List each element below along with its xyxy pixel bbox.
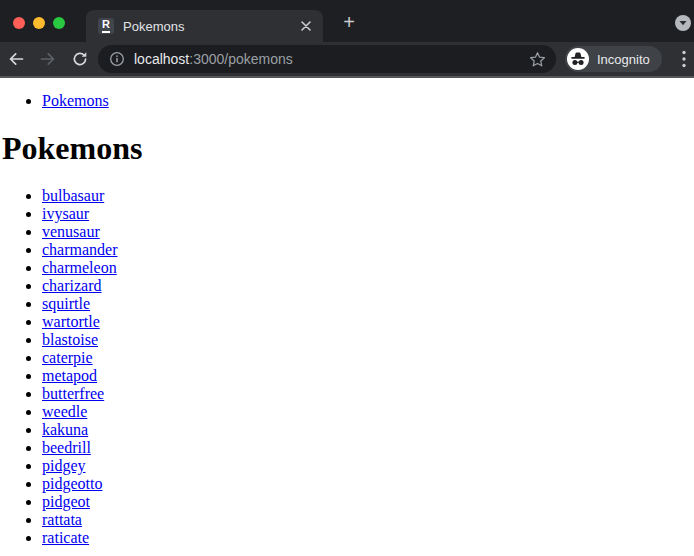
- pokemon-list-item: kakuna: [42, 421, 694, 439]
- pokemon-list-item: pidgey: [42, 457, 694, 475]
- pokemon-list-item: ivysaur: [42, 205, 694, 223]
- pokemon-link[interactable]: pidgey: [42, 457, 86, 474]
- new-tab-button[interactable]: +: [337, 11, 361, 35]
- pokemon-list-item: raticate: [42, 529, 694, 547]
- tab-title: Pokemons: [123, 19, 297, 34]
- url-host: localhost: [134, 51, 189, 67]
- pokemon-list-item: butterfree: [42, 385, 694, 403]
- pokemon-list-item: metapod: [42, 367, 694, 385]
- window-close-button[interactable]: [13, 17, 25, 29]
- pokemon-list-item: squirtle: [42, 295, 694, 313]
- pokemon-list-item: bulbasaur: [42, 187, 694, 205]
- pokemon-link[interactable]: charizard: [42, 277, 102, 294]
- remix-logo-icon: R: [98, 18, 114, 34]
- incognito-label: Incognito: [597, 52, 650, 67]
- pokemon-list-item: caterpie: [42, 349, 694, 367]
- incognito-badge: Incognito: [565, 46, 662, 72]
- site-info-icon[interactable]: [108, 50, 126, 68]
- pokemon-link[interactable]: blastoise: [42, 331, 98, 348]
- tab-close-icon[interactable]: [297, 17, 315, 35]
- pokemon-list-item: wartortle: [42, 313, 694, 331]
- pokemon-link[interactable]: squirtle: [42, 295, 90, 312]
- pokemon-list-item: charmeleon: [42, 259, 694, 277]
- pokemon-list: bulbasaurivysaurvenusaurcharmandercharme…: [2, 187, 694, 547]
- address-bar[interactable]: localhost:3000/pokemons: [98, 45, 556, 73]
- profile-chevron-icon[interactable]: [675, 15, 691, 31]
- browser-tab[interactable]: R Pokemons: [86, 10, 323, 42]
- pokemon-list-item: pidgeotto: [42, 475, 694, 493]
- pokemon-link[interactable]: weedle: [42, 403, 87, 420]
- pokemon-link[interactable]: metapod: [42, 367, 97, 384]
- pokemon-link[interactable]: wartortle: [42, 313, 100, 330]
- pokemon-link[interactable]: pidgeotto: [42, 475, 102, 492]
- forward-icon[interactable]: [32, 43, 64, 75]
- pokemon-list-item: charmander: [42, 241, 694, 259]
- pokemon-link[interactable]: charmeleon: [42, 259, 117, 276]
- pokemon-link[interactable]: butterfree: [42, 385, 104, 402]
- pokemon-link[interactable]: raticate: [42, 529, 89, 546]
- window-minimize-button[interactable]: [33, 17, 45, 29]
- window-zoom-button[interactable]: [53, 17, 65, 29]
- pokemon-list-item: charizard: [42, 277, 694, 295]
- pokemon-link[interactable]: beedrill: [42, 439, 91, 456]
- pokemon-link[interactable]: venusaur: [42, 223, 100, 240]
- nav-list-item: Pokemons: [42, 92, 694, 110]
- pokemon-link[interactable]: charmander: [42, 241, 118, 258]
- pokemon-list-item: venusaur: [42, 223, 694, 241]
- back-icon[interactable]: [0, 43, 32, 75]
- tab-strip: R Pokemons +: [0, 0, 694, 42]
- pokemon-list-item: beedrill: [42, 439, 694, 457]
- nav-list: Pokemons: [2, 92, 694, 110]
- menu-icon[interactable]: [676, 45, 692, 73]
- pokemon-list-item: pidgeot: [42, 493, 694, 511]
- browser-window: R Pokemons +: [0, 0, 694, 556]
- pokemon-link[interactable]: rattata: [42, 511, 82, 528]
- page-title: Pokemons: [2, 130, 694, 167]
- pokemon-link[interactable]: bulbasaur: [42, 187, 104, 204]
- pokemon-list-item: weedle: [42, 403, 694, 421]
- reload-icon[interactable]: [64, 43, 96, 75]
- pokemon-list-item: rattata: [42, 511, 694, 529]
- pokemon-link[interactable]: ivysaur: [42, 205, 89, 222]
- incognito-icon: [567, 48, 589, 70]
- url-text: localhost:3000/pokemons: [134, 51, 293, 67]
- pokemon-link[interactable]: caterpie: [42, 349, 93, 366]
- nav-link[interactable]: Pokemons: [42, 92, 109, 109]
- bookmark-star-icon[interactable]: [529, 51, 546, 68]
- pokemon-list-item: blastoise: [42, 331, 694, 349]
- url-path: :3000/pokemons: [189, 51, 293, 67]
- browser-toolbar: localhost:3000/pokemons Incognito: [0, 42, 694, 78]
- page-content: Pokemons Pokemons bulbasaurivysaurvenusa…: [0, 78, 694, 556]
- pokemon-link[interactable]: pidgeot: [42, 493, 90, 510]
- pokemon-link[interactable]: kakuna: [42, 421, 88, 438]
